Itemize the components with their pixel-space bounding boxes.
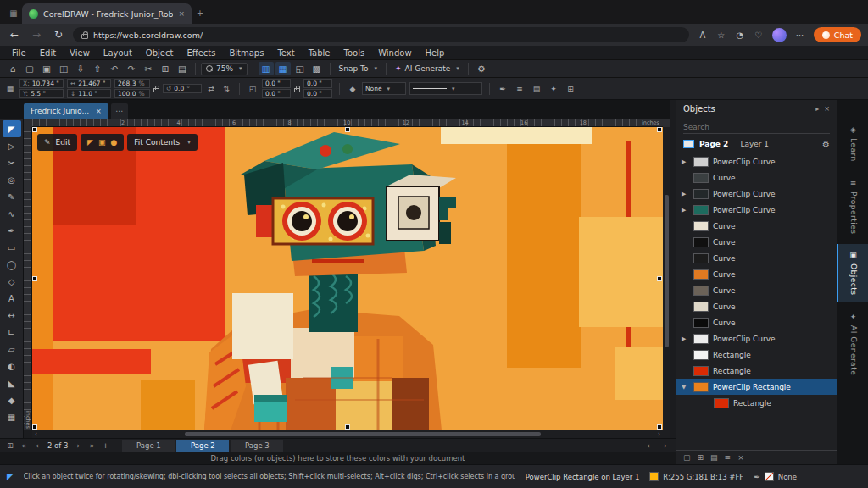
preview-icon[interactable]: ◱ [292, 62, 308, 75]
save-icon[interactable]: ◫ [56, 62, 71, 75]
corner-tl-field[interactable]: 0.0 " [262, 79, 291, 88]
object-list-item[interactable]: Curve [676, 234, 837, 250]
mesh-fill-tool[interactable]: ▦ [3, 408, 21, 425]
menu-item[interactable]: Object [139, 48, 181, 58]
pick-tool[interactable]: ◤ [3, 120, 21, 137]
vertical-scrollbar[interactable] [663, 127, 670, 430]
fill-color-indicator[interactable]: R:255 G:181 B:13 #FF [649, 472, 743, 481]
outline-color-indicator[interactable]: ✒ None [754, 472, 797, 481]
selection-handle[interactable] [657, 276, 662, 281]
pen-tool[interactable]: ✒ [3, 222, 21, 239]
object-list-item[interactable]: Curve [676, 218, 837, 234]
object-list-item[interactable]: PowerClip Curve [676, 330, 837, 347]
text-tool[interactable]: A [3, 290, 21, 307]
menu-item[interactable]: Bitmaps [222, 48, 270, 58]
tab-objects[interactable]: ▣ Objects [837, 244, 868, 302]
fit-contents-dropdown[interactable]: Fit Contents [127, 134, 197, 151]
order-icon[interactable]: ▤ [531, 83, 542, 95]
object-list-item[interactable]: Rectangle [676, 395, 837, 411]
scroll-tabs-right-icon[interactable]: › [660, 441, 670, 450]
layer-row[interactable]: Page 2 Layer 1 ⚙ [676, 136, 837, 152]
add-page-icon[interactable]: + [100, 441, 110, 450]
tab-ai-generate[interactable]: ✦ AI Generate [837, 306, 868, 382]
browser-menu-icon[interactable]: ⋯ [793, 30, 807, 40]
back-icon[interactable]: ← [7, 29, 22, 41]
panel-close-icon[interactable]: × [824, 105, 830, 113]
ai-generate-dropdown[interactable]: ✦ AI Generate [392, 64, 463, 73]
menu-item[interactable]: Window [371, 48, 418, 58]
page-tab[interactable]: Page 1 [122, 440, 175, 452]
expand-arrow-icon[interactable] [682, 207, 689, 214]
mirror-horizontal-icon[interactable]: ⇄ [205, 83, 217, 95]
tab-properties[interactable]: ≡ Properties [837, 172, 868, 241]
corner-radius-icon[interactable]: ◰ [247, 83, 259, 95]
address-bar[interactable]: https://web.coreldraw.com/ [73, 27, 689, 42]
line-style-dropdown[interactable] [409, 82, 482, 95]
zoom-tool[interactable]: ◎ [3, 171, 21, 188]
scale-h-field[interactable]: 268.3 % [114, 79, 150, 88]
forward-icon[interactable]: → [29, 29, 44, 41]
menu-item[interactable]: Effects [180, 48, 222, 58]
horizontal-scroll-thumb[interactable] [185, 432, 541, 436]
rotation-field[interactable]: ↺ 0.0 ° [163, 84, 202, 93]
replace-contents-icon[interactable]: ▣ [98, 138, 106, 147]
document-close-icon[interactable]: × [96, 108, 102, 115]
chat-button[interactable]: Chat [814, 27, 861, 42]
undo-icon[interactable]: ↶ [107, 62, 122, 75]
home-icon[interactable]: ⌂ [5, 62, 20, 75]
page-view-icon[interactable]: ▥ [259, 62, 274, 75]
selection-handle[interactable] [345, 424, 350, 430]
new-group-icon[interactable]: ⊞ [698, 453, 704, 462]
object-list-item[interactable]: Curve [676, 298, 837, 314]
open-icon[interactable]: ▣ [39, 62, 54, 75]
import-icon[interactable]: ⇩ [73, 62, 88, 75]
cut-icon[interactable]: ✂ [141, 62, 156, 75]
expand-arrow-icon[interactable] [682, 158, 689, 165]
export-icon[interactable]: ⇧ [90, 62, 105, 75]
expand-arrow-icon[interactable] [682, 384, 689, 391]
panel-collapse-icon[interactable]: ▸ [815, 105, 819, 113]
artistic-media-tool[interactable]: ∿ [3, 205, 21, 222]
zoom-level-dropdown[interactable]: 75% [201, 63, 248, 75]
redo-icon[interactable]: ↷ [124, 62, 139, 75]
select-contents-icon[interactable]: ◤ [87, 138, 93, 147]
document-navigator-icon[interactable]: ⊞ [5, 441, 15, 450]
menu-item[interactable]: Edit [33, 48, 63, 58]
menu-item[interactable]: View [63, 48, 97, 58]
selection-handle[interactable] [32, 276, 37, 281]
corner-tr-field[interactable]: 0.0 " [303, 79, 332, 88]
effects-icon[interactable]: ✦ [548, 83, 559, 95]
object-list-item[interactable]: PowerClip Rectangle [676, 379, 837, 395]
favorites-icon[interactable]: ☆ [715, 30, 728, 40]
new-tab-icon[interactable]: + [192, 4, 209, 21]
browser-tab[interactable]: CorelDRAW - Fredrick Junior_Rob × [22, 3, 192, 24]
multipage-view-icon[interactable]: ▦ [275, 62, 291, 75]
interactive-fill-tool[interactable]: ◆ [3, 391, 21, 408]
outline-width-dropdown[interactable]: None [362, 82, 406, 95]
delete-object-icon[interactable]: × [737, 453, 744, 462]
menu-item[interactable]: Table [302, 48, 337, 58]
eyedropper-tool[interactable]: ◣ [3, 374, 21, 391]
expand-arrow-icon[interactable] [682, 191, 689, 197]
freehand-tool[interactable]: ✎ [3, 188, 21, 205]
document-tab[interactable]: Fredrick Junio... × [24, 103, 108, 119]
page-tab[interactable]: Page 3 [231, 440, 283, 452]
ellipse-tool[interactable]: ◯ [3, 256, 21, 273]
menu-item[interactable]: Text [270, 48, 301, 58]
ruler-origin[interactable] [24, 119, 32, 127]
object-position-widget[interactable]: ▦ [4, 83, 16, 95]
vertical-scroll-thumb[interactable] [665, 195, 669, 347]
edit-contents-button[interactable]: ✎ Edit [37, 134, 77, 151]
document-tab-overflow-icon[interactable]: ⋯ [111, 103, 128, 119]
more-options-icon[interactable]: ⊞ [565, 83, 576, 95]
refresh-icon[interactable]: ↻ [51, 29, 66, 41]
x-position-field[interactable]: X: 10.734 " [19, 79, 64, 88]
objects-search-input[interactable] [683, 121, 830, 133]
object-width-field[interactable]: ↔ 21.467 " [67, 79, 111, 88]
object-list-item[interactable]: Curve [676, 169, 837, 186]
first-page-icon[interactable]: « [19, 441, 29, 450]
snap-to-dropdown[interactable]: Snap To [336, 64, 381, 73]
corner-link-icon[interactable] [294, 88, 300, 92]
layer-options-gear-icon[interactable]: ⚙ [822, 140, 830, 149]
settings-gear-icon[interactable]: ⚙ [474, 62, 489, 75]
